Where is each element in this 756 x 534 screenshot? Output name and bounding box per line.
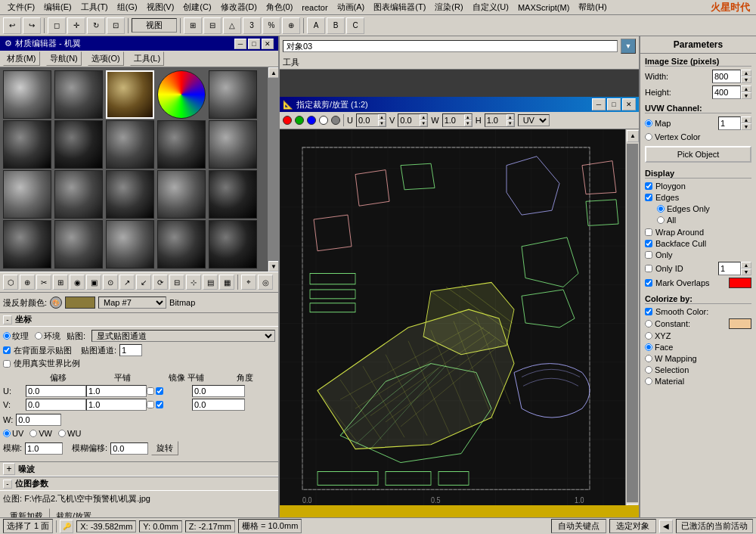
- map-spin-up[interactable]: ▲: [741, 116, 751, 123]
- object-field[interactable]: [283, 40, 618, 52]
- color-dot-red[interactable]: [283, 116, 292, 125]
- mat-sphere-17[interactable]: [54, 220, 103, 269]
- mat-icon-10[interactable]: ⟳: [153, 275, 168, 290]
- map-channel-input[interactable]: [119, 344, 142, 356]
- viewport-dropdown[interactable]: 视图: [132, 18, 177, 33]
- menu-animation[interactable]: 动画(A): [333, 0, 370, 14]
- noise-expand-btn[interactable]: +: [3, 463, 15, 475]
- uv-scroll-up[interactable]: ▲: [627, 130, 639, 142]
- mat-menu-tools[interactable]: 工具(L): [130, 51, 164, 66]
- texture-radio-label[interactable]: 纹理: [3, 331, 29, 342]
- uv-minimize-btn[interactable]: ─: [592, 98, 606, 110]
- wmapping-radio[interactable]: [645, 355, 652, 362]
- mat-sphere-8[interactable]: [106, 120, 154, 169]
- toolbar-btn-13[interactable]: C: [346, 17, 364, 34]
- only-id-down[interactable]: ▼: [741, 269, 751, 275]
- u-tiling-input[interactable]: [86, 385, 147, 397]
- mat-sphere-16[interactable]: [3, 220, 51, 269]
- uv-mode-select[interactable]: UV: [518, 114, 550, 126]
- uv-maximize-btn[interactable]: □: [607, 98, 621, 110]
- constant-radio[interactable]: [645, 320, 652, 328]
- env-radio-label[interactable]: 环境: [35, 331, 60, 342]
- mat-sphere-18[interactable]: [106, 220, 154, 269]
- selection-radio[interactable]: [645, 366, 652, 374]
- mat-icon-2[interactable]: ⊕: [20, 275, 35, 290]
- mat-sphere-14[interactable]: [157, 170, 206, 219]
- mat-icon-15[interactable]: ⌖: [241, 275, 256, 290]
- u-mirror-check[interactable]: [147, 387, 154, 395]
- menu-character[interactable]: 角色(0): [262, 0, 297, 14]
- move-btn[interactable]: ✛: [67, 17, 85, 34]
- v-tiling-input[interactable]: [86, 399, 147, 411]
- mat-icon-12[interactable]: ⊹: [186, 275, 201, 290]
- mat-icon-16[interactable]: ◎: [258, 275, 273, 290]
- toolbar-btn-8[interactable]: 3: [243, 17, 261, 34]
- mat-menu-nav[interactable]: 导航(N): [46, 51, 82, 66]
- diffuse-color-swatch[interactable]: [65, 296, 95, 309]
- all-edges-radio[interactable]: [657, 216, 665, 224]
- width-spin-up[interactable]: ▲: [741, 70, 751, 76]
- w-angle-input[interactable]: [16, 414, 61, 426]
- wrap-around-check[interactable]: [645, 228, 652, 236]
- menu-graph-editor[interactable]: 图表编辑器(T): [369, 0, 430, 14]
- diffuse-color-btn[interactable]: 🎨: [50, 296, 62, 309]
- mat-sphere-6[interactable]: [3, 120, 51, 169]
- toolbar-btn-12[interactable]: B: [327, 17, 345, 34]
- width-spin-down[interactable]: ▼: [741, 76, 751, 83]
- menu-view[interactable]: 视图(V): [142, 0, 179, 14]
- map-spin-down[interactable]: ▼: [741, 123, 751, 130]
- mat-icon-6[interactable]: ▣: [86, 275, 101, 290]
- height-input[interactable]: [712, 85, 741, 99]
- edges-only-radio[interactable]: [657, 205, 665, 213]
- u-value-input[interactable]: [357, 116, 378, 125]
- mat-icon-4[interactable]: ⊞: [53, 275, 68, 290]
- v-spin-up[interactable]: ▲: [420, 114, 427, 120]
- mat-icon-9[interactable]: ↙: [136, 275, 151, 290]
- toolbar-btn-10[interactable]: ⊕: [282, 17, 300, 34]
- rotate-btn[interactable]: ↻: [87, 17, 105, 34]
- mat-close-btn[interactable]: ✕: [262, 39, 274, 49]
- v-tile-check[interactable]: [156, 401, 163, 408]
- undo-btn[interactable]: ↩: [3, 17, 21, 34]
- mat-maximize-btn[interactable]: □: [248, 39, 260, 49]
- menu-group[interactable]: 组(G): [113, 0, 142, 14]
- object-pick-btn[interactable]: ▼: [621, 39, 636, 54]
- mat-sphere-3[interactable]: [106, 70, 154, 119]
- menu-reactor[interactable]: reactor: [297, 2, 332, 14]
- h-spin-up[interactable]: ▲: [507, 114, 514, 120]
- reload-btn[interactable]: 重新加载: [3, 508, 50, 517]
- mat-scroll-up-btn[interactable]: ▲: [268, 67, 279, 78]
- color-dot-gray[interactable]: [331, 116, 340, 125]
- toolbar-btn-7[interactable]: △: [223, 17, 241, 34]
- edges-check[interactable]: [645, 194, 652, 201]
- mat-sphere-5[interactable]: [209, 70, 257, 119]
- toolbar-btn-5[interactable]: ⊞: [184, 17, 202, 34]
- only-id-up[interactable]: ▲: [741, 262, 751, 269]
- menu-create[interactable]: 创建(C): [178, 0, 215, 14]
- key-icon[interactable]: 🔑: [60, 520, 73, 533]
- wu-radio[interactable]: [58, 430, 66, 437]
- height-spin-up[interactable]: ▲: [741, 85, 751, 92]
- smooth-color-check[interactable]: [645, 308, 652, 315]
- display-method-select[interactable]: 显式贴图通道: [91, 330, 275, 342]
- mat-icon-1[interactable]: ⬡: [3, 275, 18, 290]
- w-spin-down[interactable]: ▼: [464, 120, 472, 126]
- mat-icon-11[interactable]: ⊟: [169, 275, 184, 290]
- mat-icon-8[interactable]: ↗: [119, 275, 135, 290]
- map-val-input[interactable]: [718, 116, 741, 130]
- color-dot-white[interactable]: [319, 116, 328, 125]
- u-spin-down[interactable]: ▼: [378, 120, 386, 126]
- rotate-btn[interactable]: 旋转: [151, 441, 178, 455]
- map-radio[interactable]: [645, 120, 652, 127]
- menu-modifier[interactable]: 修改器(D): [216, 0, 262, 14]
- toolbar-btn-11[interactable]: A: [307, 17, 325, 34]
- blur-offset-input[interactable]: [110, 442, 148, 455]
- u-spin-up[interactable]: ▲: [378, 114, 386, 120]
- nav-prev-btn[interactable]: ◀: [659, 520, 673, 533]
- vertex-color-radio[interactable]: [645, 133, 652, 141]
- show-viewport-check[interactable]: [3, 346, 11, 354]
- mat-sphere-19[interactable]: [157, 220, 206, 269]
- v-spin-down[interactable]: ▼: [420, 120, 427, 126]
- real-world-check[interactable]: [3, 360, 11, 368]
- height-spin-down[interactable]: ▼: [741, 92, 751, 99]
